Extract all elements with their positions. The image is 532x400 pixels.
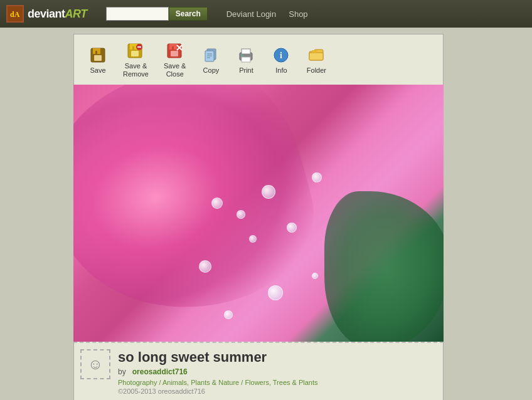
artist-link[interactable]: oreosaddict716	[132, 367, 188, 376]
svg-rect-14	[171, 51, 178, 56]
artwork-title: so long sweet summer	[118, 349, 437, 366]
svg-rect-4	[94, 55, 102, 61]
copy-icon	[201, 45, 221, 65]
save-button[interactable]: Save	[80, 43, 115, 77]
svg-rect-25	[242, 57, 250, 62]
save-close-label: Save &Close	[164, 62, 186, 78]
svg-text:dA: dA	[10, 10, 20, 19]
water-drop	[262, 185, 275, 199]
save-remove-icon	[125, 41, 146, 61]
water-drop	[211, 197, 223, 209]
info-label: Info	[275, 66, 287, 75]
deviantart-logo-icon: dA	[6, 5, 24, 23]
info-icon: i	[271, 45, 291, 65]
copyright-text: ©2005-2013 oreosaddict716	[118, 387, 437, 395]
svg-rect-24	[242, 49, 250, 54]
water-drop	[249, 235, 257, 243]
folder-label: Folder	[307, 66, 326, 75]
toolbar: Save Save &Remove	[73, 34, 444, 85]
water-drop	[237, 210, 245, 219]
avatar: ☺	[80, 349, 110, 379]
water-drop	[312, 172, 322, 182]
copy-label: Copy	[203, 66, 220, 75]
title-area: so long sweet summer by oreosaddict716 P…	[118, 349, 437, 395]
save-label: Save	[90, 66, 105, 75]
svg-rect-26	[241, 55, 243, 56]
avatar-smiley-icon: ☺	[88, 355, 104, 373]
by-text: by	[118, 367, 126, 376]
artwork-image	[73, 85, 444, 342]
water-drop	[224, 310, 233, 319]
water-drop	[268, 285, 283, 300]
water-drop	[199, 260, 211, 273]
svg-rect-29	[309, 53, 323, 60]
svg-text:i: i	[280, 51, 282, 60]
save-close-icon	[165, 41, 185, 61]
search-button[interactable]: Search	[169, 7, 208, 21]
water-drop	[312, 273, 318, 279]
save-remove-button[interactable]: Save &Remove	[115, 38, 156, 81]
artwork-info-section: ☺ so long sweet summer by oreosaddict716…	[73, 342, 444, 400]
svg-rect-8	[131, 51, 139, 56]
main-panel: Save Save &Remove	[68, 34, 464, 400]
svg-rect-9	[132, 46, 134, 50]
search-area: Search	[106, 7, 208, 21]
shop-link[interactable]: Shop	[289, 9, 307, 19]
save-close-button[interactable]: Save &Close	[156, 38, 193, 81]
print-button[interactable]: Print	[228, 43, 263, 77]
svg-rect-15	[172, 46, 174, 50]
svg-rect-30	[312, 50, 317, 53]
save-icon	[88, 45, 108, 65]
logo-area: dA deviantART	[6, 5, 87, 23]
site-logo-text: deviantART	[28, 8, 87, 21]
folder-icon	[306, 45, 326, 65]
svg-rect-5	[95, 51, 97, 54]
search-input[interactable]	[106, 7, 169, 21]
nav-links: Deviant Login Shop	[226, 9, 308, 19]
copy-button[interactable]: Copy	[193, 43, 228, 77]
artist-line: by oreosaddict716	[118, 367, 437, 376]
folder-button[interactable]: Folder	[299, 43, 334, 77]
print-label: Print	[239, 66, 253, 75]
print-icon	[236, 45, 256, 65]
category-line[interactable]: Photography / Animals, Plants & Nature /…	[118, 379, 437, 386]
deviant-login-link[interactable]: Deviant Login	[226, 9, 277, 19]
water-drop	[287, 223, 297, 233]
content-area: Save Save &Remove	[0, 28, 532, 400]
info-button[interactable]: i Info	[263, 43, 299, 77]
save-remove-label: Save &Remove	[123, 62, 149, 78]
header: dA deviantART Search Deviant Login Shop	[0, 0, 532, 28]
